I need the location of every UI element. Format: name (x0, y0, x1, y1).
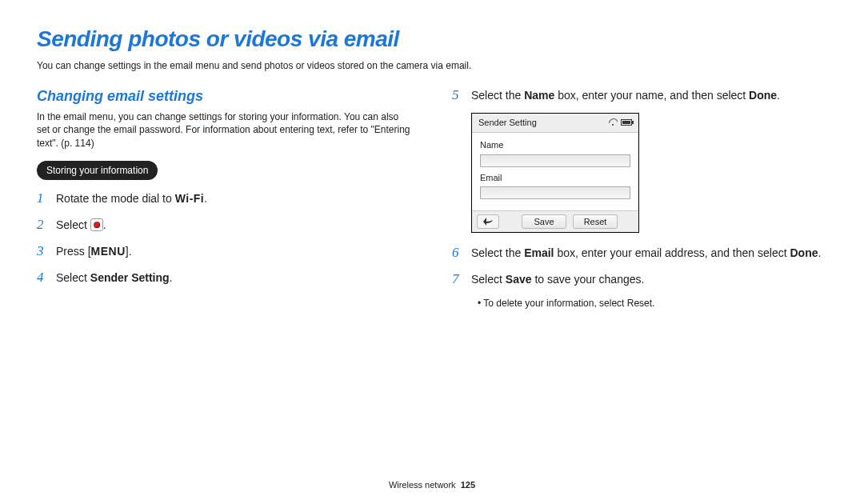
shot-status-icons (608, 118, 632, 127)
email-input[interactable] (480, 186, 630, 199)
step-number: 3 (37, 242, 46, 261)
t-bold: Done (749, 89, 777, 102)
shot-body: Name Email (472, 133, 638, 211)
step-text: Rotate the mode dial to Wi-Fi. (56, 191, 207, 206)
step-4: 4 Select Sender Setting. (37, 269, 412, 287)
step-text-bold: Sender Setting (90, 271, 170, 284)
step-number: 4 (37, 269, 46, 287)
wifi-icon (608, 118, 618, 127)
t-bold: Email (524, 246, 554, 259)
shot-footer: Save Reset (472, 210, 638, 232)
page-title: Sending photos or videos via email (37, 24, 827, 54)
step-text: Select the Name box, enter your name, an… (471, 88, 780, 103)
page-footer: Wireless network 125 (0, 479, 864, 491)
step-text-suffix: . (170, 271, 173, 284)
t-bold: Save (506, 273, 532, 286)
name-field-label: Name (480, 139, 630, 151)
step-7: 7 Select Save to save your changes. (452, 270, 827, 289)
t: Select the (471, 246, 524, 259)
name-input[interactable] (480, 154, 630, 167)
step-text-suffix: ]. (126, 245, 132, 258)
step-text: Select Save to save your changes. (471, 272, 644, 287)
step-text-prefix: Press [ (56, 245, 91, 258)
battery-icon (621, 119, 632, 126)
footer-page: 125 (461, 480, 475, 490)
step-5: 5 Select the Name box, enter your name, … (452, 86, 827, 105)
step-text-suffix: . (204, 192, 207, 205)
footer-buttons: Save Reset (506, 214, 634, 229)
step-text-suffix: . (103, 218, 106, 231)
step-text: Select . (56, 218, 106, 233)
right-steps: 5 Select the Name box, enter your name, … (452, 86, 827, 105)
step-number: 1 (37, 190, 46, 208)
save-button[interactable]: Save (522, 214, 566, 229)
footer-section: Wireless network (389, 480, 456, 490)
left-steps: 1 Rotate the mode dial to Wi-Fi. 2 Selec… (37, 190, 412, 287)
section-intro: In the email menu, you can change settin… (37, 110, 412, 150)
step-3: 3 Press [MENU]. (37, 242, 412, 261)
step-2: 2 Select . (37, 216, 412, 234)
pill-storing-info: Storing your information (37, 161, 158, 180)
right-column: 5 Select the Name box, enter your name, … (452, 86, 827, 310)
back-arrow-icon (483, 218, 493, 226)
reset-note: To delete your information, select Reset… (478, 297, 827, 310)
step-text-prefix: Rotate the mode dial to (56, 192, 175, 205)
shot-header: Sender Setting (472, 114, 638, 133)
step-number: 2 (37, 216, 46, 234)
email-app-icon (90, 218, 103, 231)
step-number: 6 (452, 244, 462, 262)
t: . (818, 246, 821, 259)
t: box, enter your name, and then select (554, 89, 749, 102)
back-button[interactable] (477, 214, 499, 229)
t: Select the (471, 89, 524, 102)
step-number: 7 (452, 270, 462, 289)
wifi-label: Wi-Fi (175, 192, 205, 205)
page-intro: You can change settings in the email men… (37, 59, 827, 72)
section-heading: Changing email settings (37, 86, 412, 106)
reset-button[interactable]: Reset (573, 214, 618, 229)
email-field-label: Email (480, 172, 630, 184)
step-text: Select Sender Setting. (56, 270, 173, 286)
step-1: 1 Rotate the mode dial to Wi-Fi. (37, 190, 412, 208)
step-text: Press [MENU]. (56, 244, 132, 259)
content-columns: Changing email settings In the email men… (37, 86, 827, 310)
step-6: 6 Select the Email box, enter your email… (452, 244, 827, 262)
step-text-prefix: Select (56, 218, 90, 231)
device-screenshot: Sender Setting Name Email Save Reset (471, 113, 639, 234)
t: to save your changes. (532, 273, 645, 286)
t-bold: Done (790, 246, 818, 259)
step-text: Select the Email box, enter your email a… (471, 246, 821, 261)
menu-button-label: MENU (91, 245, 126, 258)
t-bold: Name (524, 89, 554, 102)
shot-title: Sender Setting (478, 117, 537, 129)
left-column: Changing email settings In the email men… (37, 86, 412, 310)
step-text-prefix: Select (56, 271, 90, 284)
t: box, enter your email address, and then … (554, 246, 790, 259)
right-steps-continued: 6 Select the Email box, enter your email… (452, 244, 827, 289)
t: . (777, 89, 780, 102)
t: Select (471, 273, 506, 286)
step-number: 5 (452, 86, 462, 105)
